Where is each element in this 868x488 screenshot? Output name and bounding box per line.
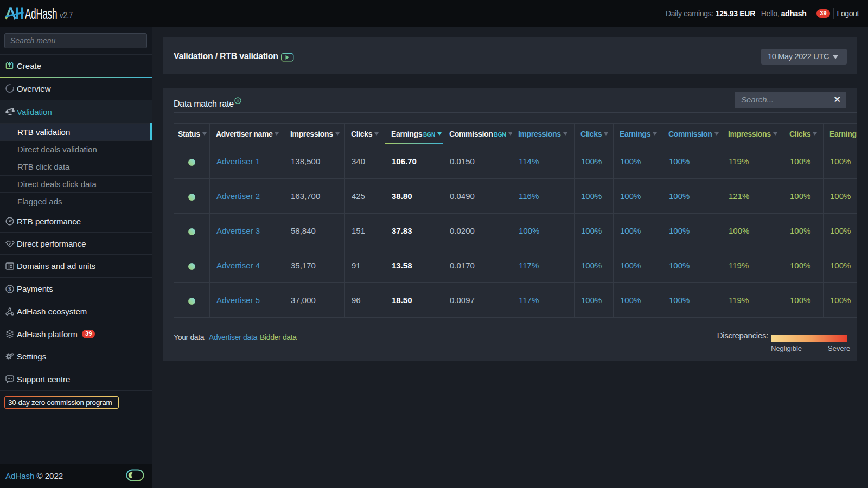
svg-text:$: $	[8, 286, 11, 292]
